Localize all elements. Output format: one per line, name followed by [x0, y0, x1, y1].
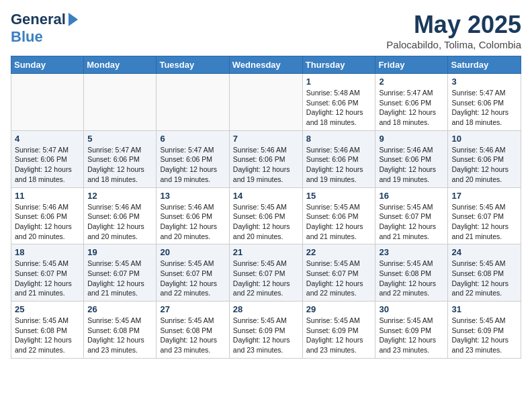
- calendar-week-row: 25Sunrise: 5:45 AM Sunset: 6:08 PM Dayli…: [11, 302, 521, 359]
- calendar-cell: 11Sunrise: 5:46 AM Sunset: 6:06 PM Dayli…: [11, 187, 84, 244]
- calendar-cell: [84, 74, 157, 131]
- logo: General Blue: [11, 11, 78, 46]
- title-area: May 2025 Palocabildo, Tolima, Colombia: [386, 11, 521, 50]
- calendar-cell: 30Sunrise: 5:45 AM Sunset: 6:09 PM Dayli…: [375, 302, 448, 359]
- day-detail: Sunrise: 5:46 AM Sunset: 6:06 PM Dayligh…: [379, 145, 444, 185]
- day-number: 30: [379, 304, 444, 314]
- calendar-cell: 9Sunrise: 5:46 AM Sunset: 6:06 PM Daylig…: [375, 130, 448, 187]
- calendar-table: SundayMondayTuesdayWednesdayThursdayFrid…: [11, 56, 521, 359]
- weekday-header-wednesday: Wednesday: [229, 56, 302, 74]
- day-number: 27: [160, 304, 225, 314]
- calendar-cell: 15Sunrise: 5:45 AM Sunset: 6:06 PM Dayli…: [302, 187, 375, 244]
- day-number: 11: [15, 191, 80, 201]
- calendar-cell: 12Sunrise: 5:46 AM Sunset: 6:06 PM Dayli…: [84, 187, 157, 244]
- weekday-header-friday: Friday: [375, 56, 448, 74]
- day-number: 31: [451, 304, 517, 314]
- calendar-cell: 31Sunrise: 5:45 AM Sunset: 6:09 PM Dayli…: [448, 302, 521, 359]
- calendar-location: Palocabildo, Tolima, Colombia: [386, 39, 521, 50]
- calendar-cell: 17Sunrise: 5:45 AM Sunset: 6:07 PM Dayli…: [448, 187, 521, 244]
- weekday-header-monday: Monday: [84, 56, 157, 74]
- calendar-week-row: 1Sunrise: 5:48 AM Sunset: 6:06 PM Daylig…: [11, 74, 521, 131]
- day-number: 14: [233, 191, 299, 201]
- calendar-cell: 6Sunrise: 5:47 AM Sunset: 6:06 PM Daylig…: [157, 130, 229, 187]
- day-number: 4: [15, 134, 80, 144]
- day-number: 25: [15, 304, 80, 314]
- weekday-header-sunday: Sunday: [11, 56, 84, 74]
- day-number: 22: [306, 247, 372, 257]
- calendar-cell: 8Sunrise: 5:46 AM Sunset: 6:06 PM Daylig…: [302, 130, 375, 187]
- calendar-cell: 27Sunrise: 5:45 AM Sunset: 6:08 PM Dayli…: [157, 302, 229, 359]
- calendar-title: May 2025: [386, 11, 521, 39]
- day-number: 15: [306, 191, 372, 201]
- day-number: 28: [233, 304, 299, 314]
- calendar-cell: 1Sunrise: 5:48 AM Sunset: 6:06 PM Daylig…: [302, 74, 375, 131]
- calendar-cell: 10Sunrise: 5:46 AM Sunset: 6:06 PM Dayli…: [448, 130, 521, 187]
- day-detail: Sunrise: 5:45 AM Sunset: 6:07 PM Dayligh…: [15, 259, 80, 298]
- weekday-header-thursday: Thursday: [302, 56, 375, 74]
- day-detail: Sunrise: 5:45 AM Sunset: 6:08 PM Dayligh…: [160, 316, 225, 355]
- day-detail: Sunrise: 5:48 AM Sunset: 6:06 PM Dayligh…: [306, 88, 372, 128]
- day-number: 24: [451, 247, 517, 257]
- day-detail: Sunrise: 5:47 AM Sunset: 6:06 PM Dayligh…: [451, 88, 517, 128]
- calendar-week-row: 4Sunrise: 5:47 AM Sunset: 6:06 PM Daylig…: [11, 130, 521, 187]
- day-detail: Sunrise: 5:45 AM Sunset: 6:08 PM Dayligh…: [87, 316, 152, 355]
- day-detail: Sunrise: 5:45 AM Sunset: 6:07 PM Dayligh…: [87, 259, 152, 298]
- calendar-cell: 29Sunrise: 5:45 AM Sunset: 6:09 PM Dayli…: [302, 302, 375, 359]
- day-detail: Sunrise: 5:47 AM Sunset: 6:06 PM Dayligh…: [160, 145, 225, 185]
- day-number: 16: [379, 191, 444, 201]
- day-detail: Sunrise: 5:45 AM Sunset: 6:09 PM Dayligh…: [451, 316, 517, 355]
- day-number: 12: [87, 191, 152, 201]
- calendar-cell: [229, 74, 302, 131]
- day-detail: Sunrise: 5:45 AM Sunset: 6:08 PM Dayligh…: [379, 259, 444, 298]
- calendar-cell: [157, 74, 229, 131]
- calendar-cell: 19Sunrise: 5:45 AM Sunset: 6:07 PM Dayli…: [84, 244, 157, 302]
- calendar-cell: 20Sunrise: 5:45 AM Sunset: 6:07 PM Dayli…: [157, 244, 229, 302]
- day-number: 26: [87, 304, 152, 314]
- day-number: 19: [87, 247, 152, 257]
- day-number: 3: [451, 77, 517, 87]
- day-detail: Sunrise: 5:46 AM Sunset: 6:06 PM Dayligh…: [451, 145, 517, 185]
- calendar-cell: 3Sunrise: 5:47 AM Sunset: 6:06 PM Daylig…: [448, 74, 521, 131]
- day-number: 10: [451, 134, 517, 144]
- day-detail: Sunrise: 5:47 AM Sunset: 6:06 PM Dayligh…: [15, 145, 80, 185]
- day-number: 5: [87, 134, 152, 144]
- day-number: 7: [233, 134, 299, 144]
- calendar-cell: 26Sunrise: 5:45 AM Sunset: 6:08 PM Dayli…: [84, 302, 157, 359]
- calendar-cell: 21Sunrise: 5:45 AM Sunset: 6:07 PM Dayli…: [229, 244, 302, 302]
- day-detail: Sunrise: 5:45 AM Sunset: 6:09 PM Dayligh…: [379, 316, 444, 355]
- day-number: 17: [451, 191, 517, 201]
- day-number: 6: [160, 134, 225, 144]
- calendar-week-row: 18Sunrise: 5:45 AM Sunset: 6:07 PM Dayli…: [11, 244, 521, 302]
- day-detail: Sunrise: 5:45 AM Sunset: 6:06 PM Dayligh…: [306, 202, 372, 242]
- calendar-cell: 13Sunrise: 5:46 AM Sunset: 6:06 PM Dayli…: [157, 187, 229, 244]
- day-detail: Sunrise: 5:47 AM Sunset: 6:06 PM Dayligh…: [379, 88, 444, 128]
- day-number: 20: [160, 247, 225, 257]
- calendar-cell: 14Sunrise: 5:45 AM Sunset: 6:06 PM Dayli…: [229, 187, 302, 244]
- day-number: 1: [306, 77, 372, 87]
- day-detail: Sunrise: 5:46 AM Sunset: 6:06 PM Dayligh…: [87, 202, 152, 242]
- day-detail: Sunrise: 5:45 AM Sunset: 6:07 PM Dayligh…: [451, 202, 517, 242]
- calendar-cell: 2Sunrise: 5:47 AM Sunset: 6:06 PM Daylig…: [375, 74, 448, 131]
- logo-blue: Blue: [11, 28, 43, 46]
- logo-general: General: [11, 11, 66, 28]
- day-detail: Sunrise: 5:45 AM Sunset: 6:08 PM Dayligh…: [15, 316, 80, 355]
- weekday-header-tuesday: Tuesday: [157, 56, 229, 74]
- day-detail: Sunrise: 5:45 AM Sunset: 6:07 PM Dayligh…: [160, 259, 225, 298]
- day-detail: Sunrise: 5:45 AM Sunset: 6:08 PM Dayligh…: [451, 259, 517, 298]
- day-detail: Sunrise: 5:45 AM Sunset: 6:09 PM Dayligh…: [306, 316, 372, 355]
- day-detail: Sunrise: 5:46 AM Sunset: 6:06 PM Dayligh…: [233, 145, 299, 185]
- calendar-cell: 23Sunrise: 5:45 AM Sunset: 6:08 PM Dayli…: [375, 244, 448, 302]
- weekday-header-row: SundayMondayTuesdayWednesdayThursdayFrid…: [11, 56, 521, 74]
- calendar-cell: [11, 74, 84, 131]
- calendar-cell: 28Sunrise: 5:45 AM Sunset: 6:09 PM Dayli…: [229, 302, 302, 359]
- day-number: 9: [379, 134, 444, 144]
- calendar-week-row: 11Sunrise: 5:46 AM Sunset: 6:06 PM Dayli…: [11, 187, 521, 244]
- calendar-cell: 22Sunrise: 5:45 AM Sunset: 6:07 PM Dayli…: [302, 244, 375, 302]
- day-detail: Sunrise: 5:45 AM Sunset: 6:06 PM Dayligh…: [233, 202, 299, 242]
- calendar-cell: 18Sunrise: 5:45 AM Sunset: 6:07 PM Dayli…: [11, 244, 84, 302]
- day-number: 8: [306, 134, 372, 144]
- header: General Blue May 2025 Palocabildo, Tolim…: [11, 11, 521, 50]
- calendar-cell: 24Sunrise: 5:45 AM Sunset: 6:08 PM Dayli…: [448, 244, 521, 302]
- day-detail: Sunrise: 5:46 AM Sunset: 6:06 PM Dayligh…: [15, 202, 80, 242]
- calendar-cell: 5Sunrise: 5:47 AM Sunset: 6:06 PM Daylig…: [84, 130, 157, 187]
